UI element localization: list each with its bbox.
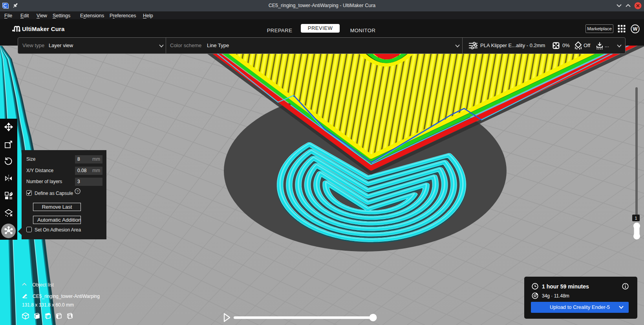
svg-text:?: ? [77,189,79,193]
svg-text:W: W [633,26,638,32]
svg-text:1: 1 [635,216,637,220]
